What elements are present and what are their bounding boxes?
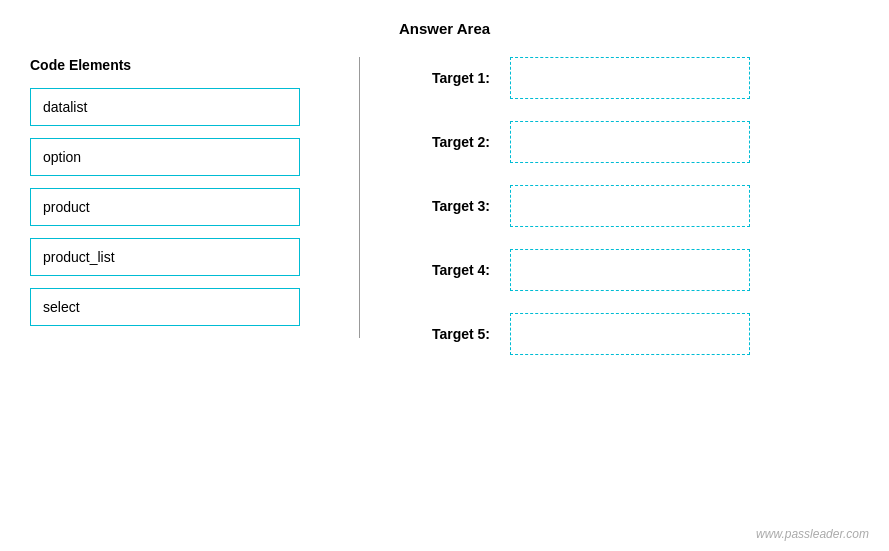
target-drop-zone-5[interactable]	[510, 313, 750, 355]
target-row-3: Target 3:	[400, 185, 859, 227]
watermark: www.passleader.com	[756, 527, 869, 541]
target-row-4: Target 4:	[400, 249, 859, 291]
target-row-1: Target 1:	[400, 57, 859, 99]
code-element-datalist[interactable]: datalist	[30, 88, 300, 126]
code-element-option[interactable]: option	[30, 138, 300, 176]
target-label-3: Target 3:	[400, 198, 490, 214]
code-elements-title: Code Elements	[30, 57, 339, 73]
code-element-product[interactable]: product	[30, 188, 300, 226]
code-items-container: datalistoptionproductproduct_listselect	[30, 88, 339, 326]
target-drop-zone-2[interactable]	[510, 121, 750, 163]
code-element-select[interactable]: select	[30, 288, 300, 326]
targets-container: Target 1:Target 2:Target 3:Target 4:Targ…	[400, 57, 859, 355]
target-drop-zone-4[interactable]	[510, 249, 750, 291]
target-row-2: Target 2:	[400, 121, 859, 163]
target-drop-zone-3[interactable]	[510, 185, 750, 227]
target-label-2: Target 2:	[400, 134, 490, 150]
target-label-4: Target 4:	[400, 262, 490, 278]
target-row-5: Target 5:	[400, 313, 859, 355]
main-content: Code Elements datalistoptionproductprodu…	[30, 57, 859, 377]
code-element-product_list[interactable]: product_list	[30, 238, 300, 276]
right-panel: Target 1:Target 2:Target 3:Target 4:Targ…	[360, 57, 859, 377]
target-label-1: Target 1:	[400, 70, 490, 86]
target-label-5: Target 5:	[400, 326, 490, 342]
target-drop-zone-1[interactable]	[510, 57, 750, 99]
page-container: Answer Area Code Elements datalistoption…	[0, 0, 889, 551]
left-panel: Code Elements datalistoptionproductprodu…	[30, 57, 360, 338]
answer-area-title: Answer Area	[30, 20, 859, 37]
